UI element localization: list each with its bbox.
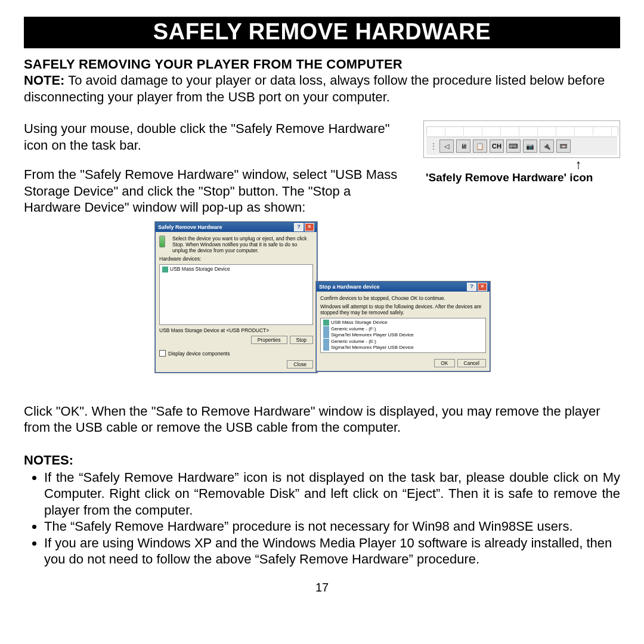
stop-button[interactable]: Stop <box>290 336 314 344</box>
list-item: SigmaTel Memorex Player USB Device <box>323 345 483 351</box>
note-item: If the “Safely Remove Hardware” icon is … <box>44 469 620 519</box>
tray-icon: 🖥 <box>456 140 470 153</box>
notes-header: NOTES: <box>24 453 620 468</box>
window-instructions-2: Windows will attempt to stop the followi… <box>320 304 486 315</box>
page-number: 17 <box>24 581 620 595</box>
list-item: Generic volume - (F:) <box>323 326 483 333</box>
device-stop-list[interactable]: USB Mass Storage Device Generic volume -… <box>320 318 486 353</box>
tray-icon: ◁ <box>439 140 454 153</box>
tray-icon: 📋 <box>473 140 487 153</box>
list-item: SigmaTel Memorex Player USB Device <box>323 332 483 339</box>
list-label: Hardware devices: <box>159 256 313 262</box>
ok-button[interactable]: OK <box>434 359 454 367</box>
notes-list: If the “Safely Remove Hardware” icon is … <box>24 469 620 568</box>
close-button[interactable]: × <box>305 223 314 231</box>
volume-icon <box>323 345 329 351</box>
paragraph-1: Using your mouse, double click the "Safe… <box>24 120 405 153</box>
window-title: Safely Remove Hardware <box>158 224 222 230</box>
volume-icon <box>323 326 329 332</box>
safely-remove-hardware-icon: 🔌 <box>540 140 554 153</box>
volume-icon <box>323 339 329 345</box>
cancel-button[interactable]: Cancel <box>457 359 486 367</box>
list-item: USB Mass Storage Device <box>323 320 483 326</box>
note-label: NOTE: <box>24 73 64 88</box>
display-components-checkbox[interactable] <box>159 350 166 357</box>
paragraph-3: Click "OK". When the "Safe to Remove Har… <box>24 403 620 436</box>
device-icon <box>162 267 168 273</box>
stop-hardware-device-window: Stop a Hardware device ? × Confirm devic… <box>316 281 490 371</box>
properties-button[interactable]: Properties <box>251 336 287 344</box>
help-button[interactable]: ? <box>467 283 476 291</box>
pc-icon <box>159 236 165 247</box>
tray-icon: ⌨ <box>506 140 521 153</box>
close-button[interactable]: × <box>478 283 487 291</box>
device-item[interactable]: USB Mass Storage Device <box>170 266 230 272</box>
tray-icon: CH <box>490 140 504 153</box>
tray-separator: ⋮ <box>430 142 437 150</box>
tray-icon: 📷 <box>523 140 537 153</box>
window-instructions: Select the device you want to unplug or … <box>172 236 313 254</box>
window-title: Stop a Hardware device <box>319 284 380 290</box>
note-text: To avoid damage to your player or data l… <box>24 73 605 104</box>
dialog-screenshots: Safely Remove Hardware ? × Select the de… <box>155 222 489 395</box>
window-instructions-1: Confirm devices to be stopped, Choose OK… <box>320 295 486 301</box>
taskbar-screenshot: ⋮ ◁ 🖥 📋 CH ⌨ 📷 🔌 📼 <box>423 120 620 158</box>
note-item: The “Safely Remove Hardware” procedure i… <box>44 518 620 535</box>
banner-title: SAFELY REMOVE HARDWARE <box>24 17 620 48</box>
checkbox-label: Display device components <box>168 351 230 357</box>
close-window-button[interactable]: Close <box>287 360 313 369</box>
note-item: If you are using Windows XP and the Wind… <box>44 535 620 568</box>
help-button[interactable]: ? <box>294 223 304 231</box>
device-icon <box>323 320 329 326</box>
list-item: Generic volume - (E:) <box>323 339 483 345</box>
tray-icon: 📼 <box>556 140 571 153</box>
volume-icon <box>323 332 329 338</box>
sub-heading: SAFELY REMOVING YOUR PLAYER FROM THE COM… <box>24 57 620 72</box>
safely-remove-hardware-window: Safely Remove Hardware ? × Select the de… <box>155 222 317 373</box>
system-tray: ⋮ ◁ 🖥 📋 CH ⌨ 📷 🔌 📼 <box>426 137 617 155</box>
tray-caption: 'Safely Remove Hardware' icon <box>423 171 620 184</box>
paragraph-2: From the "Safely Remove Hardware" window… <box>24 166 405 216</box>
selected-device-label: USB Mass Storage Device at <USB PRODUCT> <box>159 327 313 333</box>
note-paragraph: NOTE: To avoid damage to your player or … <box>24 72 620 105</box>
device-list[interactable]: USB Mass Storage Device <box>159 264 313 325</box>
arrow-up-icon: ↑ <box>537 159 620 170</box>
